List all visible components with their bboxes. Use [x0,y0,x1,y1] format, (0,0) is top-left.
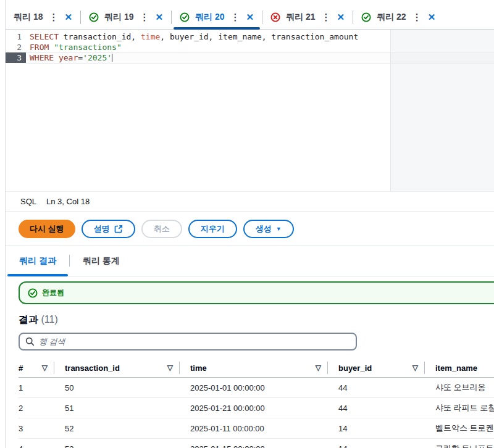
column-header-index: # ▽ [19,362,54,374]
code-line: WHERE year='2025' [26,52,112,63]
results-tab-bar: 쿼리 결과 쿼리 통계 [6,246,494,276]
kebab-menu-icon[interactable]: ⋮ [230,12,241,23]
kebab-menu-icon[interactable]: ⋮ [48,12,59,23]
tab-query-stats[interactable]: 쿼리 통계 [70,246,133,276]
filter-icon[interactable]: ▽ [412,364,418,371]
editor-status-bar: SQL Ln 3, Col 18 [6,191,494,212]
clear-button[interactable]: 지우기 [188,220,237,238]
status-banner-text: 완료됨 [42,288,64,298]
check-circle-icon [28,288,38,298]
query-tab-label: 쿼리 21 [286,12,315,23]
close-icon[interactable]: ✕ [246,12,254,23]
generate-button[interactable]: 생성 ▼ [243,220,294,238]
explain-button[interactable]: 설명 [82,220,135,238]
filter-icon[interactable]: ▽ [42,364,48,371]
run-again-button[interactable]: 다시 실행 [19,220,75,238]
filter-icon[interactable]: ▽ [167,364,173,371]
query-tab-label: 쿼리 19 [104,12,133,23]
results-panel: 쿼리 결과 쿼리 통계 완료됨 결과 (11) [6,246,494,448]
query-tab-strip: 쿼리 18 ⋮ ✕ 쿼리 19 ⋮ ✕ 쿼리 20 ⋮ ✕ 쿼리 [6,5,494,30]
query-tab-21[interactable]: 쿼리 21 ⋮ ✕ [262,5,353,29]
close-icon[interactable]: ✕ [156,12,164,23]
status-error-icon [270,12,280,22]
caret-down-icon: ▼ [276,226,282,232]
line-number: 1 [6,31,26,42]
close-icon[interactable]: ✕ [337,12,345,23]
tab-query-results[interactable]: 쿼리 결과 [6,246,69,276]
kebab-menu-icon[interactable]: ⋮ [140,12,150,23]
action-button-bar: 다시 실행 설명 취소 지우기 생성 ▼ [6,212,494,246]
line-number: 2 [6,42,26,52]
code-line: FROM "transactions" [26,42,122,52]
status-success-icon [361,12,371,22]
column-header-time: time ▽ [180,362,328,374]
table-row[interactable]: 3 52 2025-01-11 00:00:00 14 벨트악스 트로켄베렌아우… [19,418,494,439]
close-icon[interactable]: ✕ [428,12,436,23]
search-input[interactable] [39,337,350,346]
table-row[interactable]: 1 50 2025-01-01 00:00:00 44 샤또 오브리옹 [19,378,494,398]
code-line: SELECT transaction_id, time, buyer_id, i… [26,31,358,42]
results-count: (11) [41,314,57,325]
column-header-transaction-id: transaction_id ▽ [54,362,180,374]
close-icon[interactable]: ✕ [64,12,72,23]
filter-icon[interactable]: ▽ [316,364,321,371]
text-cursor [112,54,112,62]
column-header-buyer-id: buyer_id ▽ [328,362,425,374]
line-number: 3 [6,52,26,63]
cursor-position-label: Ln 3, Col 18 [46,197,90,206]
query-tab-label: 쿼리 22 [377,12,406,23]
results-table: # ▽ transaction_id ▽ time ▽ buyer_id ▽ i… [19,359,494,448]
cancel-button[interactable]: 취소 [141,220,182,238]
kebab-menu-icon[interactable]: ⋮ [321,12,332,23]
editor-line-1: 1 SELECT transaction_id, time, buyer_id,… [6,31,494,42]
sql-editor[interactable]: 1 SELECT transaction_id, time, buyer_id,… [6,30,494,191]
column-header-item-name: item_name [425,362,494,374]
editor-line-2: 2 FROM "transactions" [6,42,494,52]
query-tab-22[interactable]: 쿼리 22 ⋮ ✕ [353,5,443,29]
search-icon [25,337,35,346]
row-search-box[interactable] [19,333,357,351]
query-tab-19[interactable]: 쿼리 19 ⋮ ✕ [81,5,171,29]
table-row[interactable]: 4 53 2025-01-15 00:00:00 14 그라함 토니포트 20년 [19,439,494,448]
status-success-icon [89,12,99,22]
editor-line-3: 3 WHERE year='2025' [6,52,494,63]
query-tab-label: 쿼리 18 [14,12,43,23]
status-success-icon [180,12,190,22]
query-tab-20[interactable]: 쿼리 20 ⋮ ✕ [172,5,262,29]
editor-language-label: SQL [20,197,36,206]
query-tab-18[interactable]: 쿼리 18 ⋮ ✕ [6,5,80,29]
status-banner: 완료됨 [19,281,494,304]
table-row[interactable]: 2 51 2025-01-21 00:00:00 44 샤또 라피트 로칠드 [19,398,494,418]
query-tab-label: 쿼리 20 [195,12,224,23]
external-link-icon [114,225,123,233]
kebab-menu-icon[interactable]: ⋮ [412,12,422,23]
table-header-row: # ▽ transaction_id ▽ time ▽ buyer_id ▽ i… [19,359,494,378]
results-heading: 결과 (11) [19,313,494,326]
athena-query-editor: 쿼리 18 ⋮ ✕ 쿼리 19 ⋮ ✕ 쿼리 20 ⋮ ✕ 쿼리 [0,0,494,448]
